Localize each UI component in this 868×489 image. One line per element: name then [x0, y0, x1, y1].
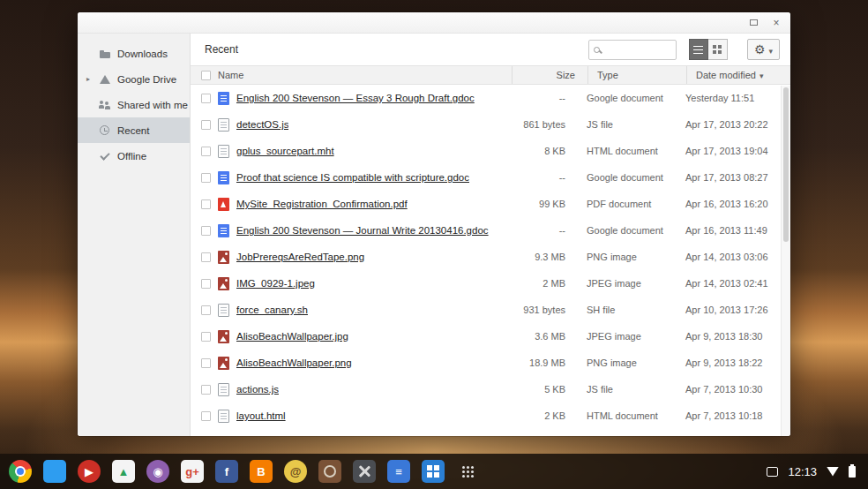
- row-checkbox[interactable]: [201, 279, 211, 289]
- row-checkbox[interactable]: [201, 305, 211, 315]
- file-size: 18.9 MB: [502, 357, 578, 368]
- drive-app-icon[interactable]: ▲: [112, 460, 135, 483]
- battery-icon: [849, 466, 856, 478]
- file-type: JS file: [578, 384, 677, 395]
- list-view-icon: [693, 46, 703, 54]
- file-type: HTML document: [578, 410, 677, 421]
- settings-menu-button[interactable]: [747, 39, 780, 60]
- row-checkbox[interactable]: [201, 332, 211, 342]
- file-date: Apr 16, 2013 16:20: [677, 199, 781, 209]
- row-checkbox[interactable]: [201, 358, 211, 368]
- file-row[interactable]: AlisoBeachWallpaper.jpg 3.6 MB JPEG imag…: [191, 323, 781, 350]
- row-checkbox[interactable]: [201, 94, 211, 103]
- sidebar-item-offline[interactable]: Offline: [78, 143, 190, 169]
- row-checkbox[interactable]: [201, 147, 211, 156]
- app-launcher-app-icon[interactable]: [456, 460, 479, 483]
- file-name: IMG_0929-1.jpeg: [236, 278, 315, 289]
- file-size: 2 MB: [502, 278, 578, 289]
- search-icon: [594, 47, 600, 53]
- file-type: JPEG image: [578, 331, 677, 342]
- tools-app-icon[interactable]: [353, 460, 376, 483]
- file-date: Apr 17, 2013 20:22: [677, 119, 781, 130]
- list-view-button[interactable]: [689, 39, 708, 60]
- sidebar-item-label: Google Drive: [117, 74, 176, 85]
- search-box[interactable]: [588, 40, 677, 60]
- column-header-type[interactable]: Type: [587, 66, 686, 84]
- row-checkbox[interactable]: [201, 411, 211, 421]
- table-header: Name Size Type Date modified: [191, 65, 790, 85]
- drive-icon: [99, 73, 111, 86]
- row-checkbox[interactable]: [201, 199, 211, 209]
- file-row[interactable]: MySite_Registration_Confirmation.pdf 99 …: [191, 191, 781, 217]
- maximize-icon: [750, 19, 758, 26]
- window-titlebar[interactable]: ×: [78, 12, 790, 34]
- docs-app-icon[interactable]: ≡: [387, 460, 410, 483]
- file-row[interactable]: detectOS.js 861 bytes JS file Apr 17, 20…: [191, 111, 781, 138]
- sidebar-item-shared-with-me[interactable]: Shared with me: [78, 92, 190, 117]
- column-header-size[interactable]: Size: [512, 66, 587, 84]
- picasa-app-icon[interactable]: ◉: [146, 460, 169, 483]
- windows-app-icon[interactable]: [422, 460, 445, 483]
- file-row[interactable]: English 200 Stevenson — Journal Write 20…: [191, 217, 781, 244]
- file-row[interactable]: IMG_0929-1.jpeg 2 MB JPEG image Apr 14, …: [191, 270, 781, 297]
- row-checkbox[interactable]: [201, 252, 211, 262]
- file-row[interactable]: force_canary.sh 931 bytes SH file Apr 10…: [191, 297, 781, 323]
- maximize-button[interactable]: [746, 17, 760, 29]
- wifi-icon: [827, 467, 839, 477]
- grid-view-button[interactable]: [708, 39, 728, 60]
- file-type: Google document: [578, 93, 677, 103]
- file-name: MySite_Registration_Confirmation.pdf: [236, 199, 408, 209]
- file-row[interactable]: Proof that science IS compatible with sc…: [191, 164, 781, 191]
- select-all-checkbox[interactable]: [201, 71, 211, 80]
- file-row[interactable]: English 200 Stevenson — Essay 3 Rough Dr…: [191, 85, 781, 111]
- file-name: gplus_sourcepart.mht: [236, 146, 334, 156]
- search-input[interactable]: [603, 43, 671, 56]
- column-header-date[interactable]: Date modified: [686, 66, 790, 84]
- gear-icon: [754, 41, 766, 57]
- column-header-name[interactable]: Name: [218, 70, 243, 80]
- row-checkbox[interactable]: [201, 173, 211, 183]
- file-size: --: [502, 93, 578, 103]
- file-type: Google document: [578, 172, 677, 183]
- files-app-icon[interactable]: [43, 460, 66, 483]
- file-type: PNG image: [578, 357, 677, 368]
- notification-icon[interactable]: [767, 467, 778, 477]
- file-type: JS file: [578, 119, 677, 130]
- file-name: detectOS.js: [236, 119, 288, 130]
- file-date: Apr 14, 2013 02:41: [677, 278, 781, 289]
- sidebar-item-label: Offline: [117, 151, 146, 162]
- pdf-file-icon: [218, 198, 229, 211]
- file-row[interactable]: layout.html 2 KB HTML document Apr 7, 20…: [191, 402, 781, 429]
- file-row[interactable]: AlisoBeachWallpaper.png 18.9 MB PNG imag…: [191, 350, 781, 376]
- sidebar-item-downloads[interactable]: Downloads: [78, 41, 190, 66]
- scrollbar[interactable]: [781, 86, 790, 436]
- mail-app-icon[interactable]: @: [284, 460, 307, 483]
- sidebar-item-recent[interactable]: Recent: [78, 117, 190, 143]
- instagram-app-icon[interactable]: [318, 460, 341, 483]
- chevron-down-icon: [768, 41, 773, 57]
- chrome-app-icon[interactable]: [9, 460, 32, 483]
- close-button[interactable]: ×: [769, 17, 783, 29]
- file-date: Apr 7, 2013 10:30: [677, 384, 781, 395]
- google-plus-app-icon[interactable]: g+: [181, 460, 204, 483]
- file-row[interactable]: gplus_sourcepart.mht 8 KB HTML document …: [191, 138, 781, 164]
- sidebar-item-google-drive[interactable]: ▸ Google Drive: [78, 66, 190, 92]
- status-tray[interactable]: 12:13: [767, 465, 859, 478]
- youtube-app-icon[interactable]: ▶: [78, 460, 101, 483]
- grid-view-icon: [713, 45, 722, 54]
- row-checkbox[interactable]: [201, 226, 211, 236]
- expander-icon[interactable]: ▸: [86, 75, 93, 83]
- gdoc-file-icon: [218, 171, 229, 184]
- file-row[interactable]: actions.js 5 KB JS file Apr 7, 2013 10:3…: [191, 376, 781, 402]
- breadcrumb: Recent: [205, 43, 238, 56]
- file-list: English 200 Stevenson — Essay 3 Rough Dr…: [191, 85, 790, 436]
- blogger-app-icon[interactable]: B: [250, 460, 273, 483]
- file-date: Apr 17, 2013 08:27: [677, 172, 781, 183]
- scrollbar-thumb[interactable]: [783, 87, 789, 242]
- file-size: --: [502, 172, 578, 183]
- row-checkbox[interactable]: [201, 385, 211, 395]
- file-size: 99 KB: [502, 199, 578, 209]
- file-row[interactable]: JobPrereqsAreRedTape.png 9.3 MB PNG imag…: [191, 244, 781, 270]
- row-checkbox[interactable]: [201, 120, 211, 130]
- facebook-app-icon[interactable]: f: [215, 460, 238, 483]
